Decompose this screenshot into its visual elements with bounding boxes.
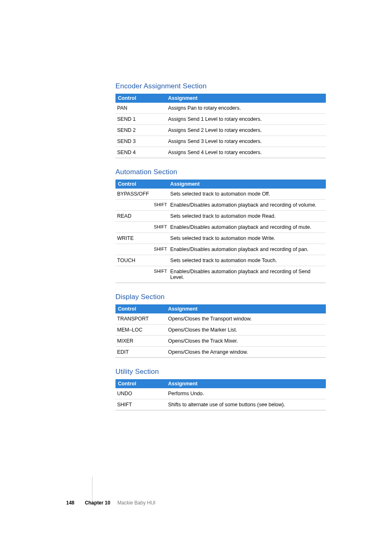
table-row: SEND 1Assigns Send 1 Level to rotary enc… bbox=[115, 114, 326, 125]
table-row: SHIFTShifts to alternate use of some but… bbox=[115, 399, 326, 410]
table-row: SHIFTEnables/Disables automation playbac… bbox=[115, 200, 326, 211]
cell-assignment: Assigns Send 3 Level to rotary encoders. bbox=[165, 136, 326, 147]
table-row: BYPASS/OFFSets selected track to automat… bbox=[115, 189, 326, 200]
cell-control: READ bbox=[115, 211, 152, 222]
table-row: SEND 4Assigns Send 4 Level to rotary enc… bbox=[115, 147, 326, 158]
cell-control: SEND 3 bbox=[115, 136, 165, 147]
table-row: SHIFTEnables/Disables automation playbac… bbox=[115, 266, 326, 283]
cell-assignment: Opens/Closes the Arrange window. bbox=[165, 347, 326, 358]
table-header-row: Control Assignment bbox=[115, 379, 326, 388]
display-table: Control Assignment TRANSPORTOpens/Closes… bbox=[115, 304, 326, 358]
cell-mod: SHIFT bbox=[152, 266, 167, 283]
page: Encoder Assignment Section Control Assig… bbox=[0, 0, 392, 555]
cell-assignment: Assigns Send 4 Level to rotary encoders. bbox=[165, 147, 326, 158]
cell-control: MEM–LOC bbox=[115, 325, 165, 336]
th-assignment: Assignment bbox=[167, 180, 326, 189]
th-control: Control bbox=[115, 379, 165, 388]
cell-mod: SHIFT bbox=[152, 244, 167, 255]
cell-control: TOUCH bbox=[115, 255, 152, 266]
cell-assignment: Enables/Disables automation playback and… bbox=[167, 244, 326, 255]
cell-assignment: Assigns Send 2 Level to rotary encoders. bbox=[165, 125, 326, 136]
cell-assignment: Enables/Disables automation playback and… bbox=[167, 266, 326, 283]
cell-control: TRANSPORT bbox=[115, 313, 165, 325]
cell-assignment: Opens/Closes the Track Mixer. bbox=[165, 336, 326, 347]
cell-assignment: Sets selected track to automation mode R… bbox=[167, 211, 326, 222]
th-assignment: Assignment bbox=[165, 304, 326, 313]
table-header-row: Control Assignment bbox=[115, 94, 326, 103]
cell-assignment: Assigns Send 1 Level to rotary encoders. bbox=[165, 114, 326, 125]
table-row: SEND 2Assigns Send 2 Level to rotary enc… bbox=[115, 125, 326, 136]
cell-mod: SHIFT bbox=[152, 200, 167, 211]
cell-assignment: Enables/Disables automation playback and… bbox=[167, 222, 326, 233]
cell-mod bbox=[152, 255, 167, 266]
cell-control: SEND 4 bbox=[115, 147, 165, 158]
cell-control: UNDO bbox=[115, 388, 165, 399]
section-title-automation: Automation Section bbox=[115, 168, 326, 176]
cell-control bbox=[115, 266, 152, 283]
th-control: Control bbox=[115, 304, 165, 313]
table-row: UNDOPerforms Undo. bbox=[115, 388, 326, 399]
cell-assignment: Performs Undo. bbox=[165, 388, 326, 399]
cell-assignment: Opens/Closes the Marker List. bbox=[165, 325, 326, 336]
table-header-row: Control Assignment bbox=[115, 304, 326, 313]
table-header-row: Control Assignment bbox=[115, 180, 326, 189]
cell-assignment: Enables/Disables automation playback and… bbox=[167, 200, 326, 211]
cell-control bbox=[115, 200, 152, 211]
table-row: READSets selected track to automation mo… bbox=[115, 211, 326, 222]
section-title-encoder: Encoder Assignment Section bbox=[115, 82, 326, 90]
cell-mod bbox=[152, 189, 167, 200]
chapter-title: Mackie Baby HUI bbox=[118, 500, 156, 506]
table-row: SEND 3Assigns Send 3 Level to rotary enc… bbox=[115, 136, 326, 147]
section-title-display: Display Section bbox=[115, 293, 326, 301]
cell-assignment: Sets selected track to automation mode W… bbox=[167, 233, 326, 244]
section-title-utility: Utility Section bbox=[115, 368, 326, 376]
table-row: MIXEROpens/Closes the Track Mixer. bbox=[115, 336, 326, 347]
utility-table: Control Assignment UNDOPerforms Undo. SH… bbox=[115, 379, 326, 410]
cell-mod: SHIFT bbox=[152, 222, 167, 233]
th-control: Control bbox=[115, 180, 167, 189]
page-number: 148 bbox=[66, 500, 74, 506]
cell-assignment: Assigns Pan to rotary encoders. bbox=[165, 103, 326, 114]
cell-mod bbox=[152, 233, 167, 244]
cell-assignment: Sets selected track to automation mode O… bbox=[167, 189, 326, 200]
table-row: WRITESets selected track to automation m… bbox=[115, 233, 326, 244]
table-row: TRANSPORTOpens/Closes the Transport wind… bbox=[115, 313, 326, 325]
cell-control: SEND 2 bbox=[115, 125, 165, 136]
cell-assignment: Shifts to alternate use of some buttons … bbox=[165, 399, 326, 410]
table-row: SHIFTEnables/Disables automation playbac… bbox=[115, 222, 326, 233]
th-assignment: Assignment bbox=[165, 379, 326, 388]
cell-control: WRITE bbox=[115, 233, 152, 244]
encoder-table: Control Assignment PANAssigns Pan to rot… bbox=[115, 94, 326, 158]
cell-control bbox=[115, 222, 152, 233]
table-row: EDITOpens/Closes the Arrange window. bbox=[115, 347, 326, 358]
table-row: MEM–LOCOpens/Closes the Marker List. bbox=[115, 325, 326, 336]
page-footer: 148 Chapter 10 Mackie Baby HUI bbox=[66, 500, 155, 506]
table-row: SHIFTEnables/Disables automation playbac… bbox=[115, 244, 326, 255]
th-control: Control bbox=[115, 94, 165, 103]
table-row: TOUCHSets selected track to automation m… bbox=[115, 255, 326, 266]
cell-control: SHIFT bbox=[115, 399, 165, 410]
cell-assignment: Opens/Closes the Transport window. bbox=[165, 313, 326, 325]
cell-control: PAN bbox=[115, 103, 165, 114]
cell-control: EDIT bbox=[115, 347, 165, 358]
automation-table: Control Assignment BYPASS/OFFSets select… bbox=[115, 180, 326, 283]
cell-control: SEND 1 bbox=[115, 114, 165, 125]
cell-assignment: Sets selected track to automation mode T… bbox=[167, 255, 326, 266]
cell-mod bbox=[152, 211, 167, 222]
cell-control: BYPASS/OFF bbox=[115, 189, 152, 200]
cell-control: MIXER bbox=[115, 336, 165, 347]
cell-control bbox=[115, 244, 152, 255]
th-assignment: Assignment bbox=[165, 94, 326, 103]
table-row: PANAssigns Pan to rotary encoders. bbox=[115, 103, 326, 114]
chapter-label: Chapter 10 bbox=[85, 500, 110, 506]
